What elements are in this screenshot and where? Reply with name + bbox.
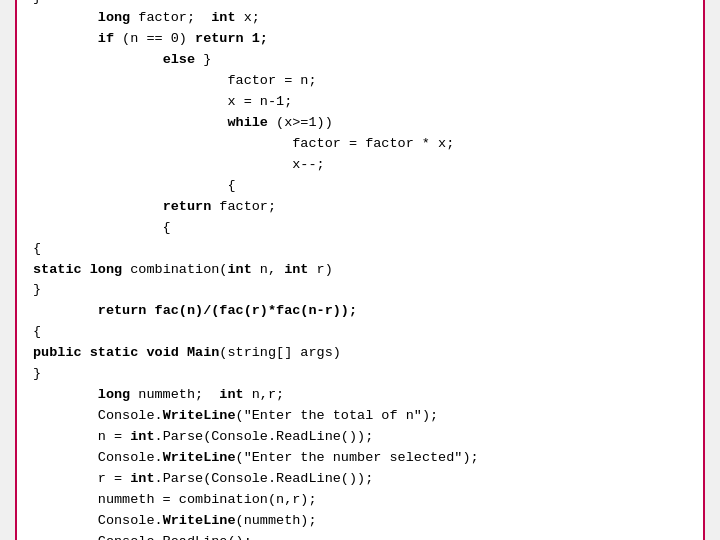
line-24: Console.WriteLine("Enter the number sele… — [33, 450, 479, 465]
line-11: { — [33, 178, 236, 193]
line-16: } — [33, 282, 41, 297]
line-21: long nummeth; int n,r; — [33, 387, 284, 402]
line-22: Console.WriteLine("Enter the total of n"… — [33, 408, 438, 423]
keyword-long3: long — [90, 262, 122, 277]
line-13: { — [33, 220, 171, 235]
keyword-int5: int — [219, 387, 243, 402]
line-14: { — [33, 241, 41, 256]
line-6: factor = n; — [33, 73, 317, 88]
line-4: if (n == 0) return 1; — [33, 31, 268, 46]
keyword-void: void — [146, 345, 178, 360]
keyword-static2: static — [33, 262, 82, 277]
keyword-int6: int — [130, 429, 154, 444]
line-18: { — [33, 324, 41, 339]
keyword-static3: static — [90, 345, 139, 360]
keyword-writeline3: WriteLine — [163, 513, 236, 528]
keyword-int4: int — [284, 262, 308, 277]
keyword-writeline1: WriteLine — [163, 408, 236, 423]
line-2: } — [33, 0, 41, 5]
line-23: n = int.Parse(Console.ReadLine()); — [33, 429, 373, 444]
line-20: } — [33, 366, 41, 381]
line-8: while (x>=1)) — [33, 115, 333, 130]
line-12: return factor; — [33, 199, 276, 214]
line-27: Console.WriteLine(nummeth); — [33, 513, 317, 528]
keyword-while: while — [227, 115, 268, 130]
line-19: public static void Main(string[] args) — [33, 345, 341, 360]
keyword-int7: int — [130, 471, 154, 486]
line-25: r = int.Parse(Console.ReadLine()); — [33, 471, 373, 486]
code-viewer: static long fac(int n) } long factor; in… — [15, 0, 705, 540]
keyword-else: else — [163, 52, 195, 67]
keyword-long2: long — [98, 10, 130, 25]
line-10: x--; — [33, 157, 325, 172]
line-17: return fac(n)/(fac(r)*fac(n-r)); — [33, 303, 357, 318]
line-7: x = n-1; — [33, 94, 292, 109]
keyword-return2: return — [163, 199, 212, 214]
line-3: long factor; int x; — [33, 10, 260, 25]
keyword-public: public — [33, 345, 82, 360]
keyword-return1: return 1; — [195, 31, 268, 46]
line-28: Console.ReadLine(); — [33, 534, 252, 540]
keyword-if: if — [98, 31, 114, 46]
keyword-return3: return — [98, 303, 147, 318]
line-5: else } — [33, 52, 211, 67]
keyword-int2: int — [211, 10, 235, 25]
line-9: factor = factor * x; — [33, 136, 454, 151]
keyword-writeline2: WriteLine — [163, 450, 236, 465]
keyword-int3: int — [227, 262, 251, 277]
line-26: nummeth = combination(n,r); — [33, 492, 317, 507]
keyword-main: Main — [187, 345, 219, 360]
keyword-long4: long — [98, 387, 130, 402]
keyword-fac: fac(n)/(fac(r)*fac(n-r)); — [155, 303, 358, 318]
line-15: static long combination(int n, int r) — [33, 262, 333, 277]
